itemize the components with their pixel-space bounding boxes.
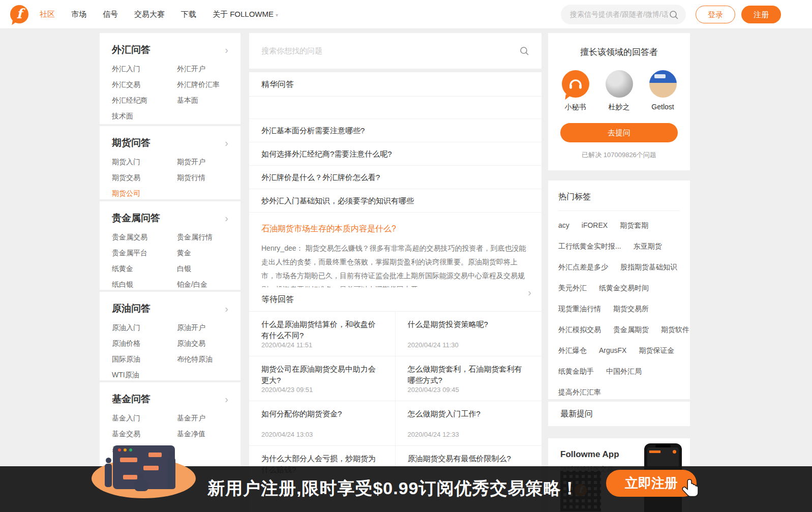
waiting-question-cell[interactable]: 怎么做期货套利，石油期货套利有哪些方式?2020/04/23 09:45 bbox=[396, 356, 542, 401]
tag[interactable]: 外汇点差是多少 bbox=[558, 263, 608, 272]
nav-item-signal[interactable]: 信号 bbox=[103, 10, 118, 19]
featured-question[interactable]: 炒外汇入门基础知识，必须要学的知识有哪些 bbox=[249, 189, 542, 213]
question-search-input[interactable]: 搜索你想找的问题 bbox=[249, 33, 542, 69]
highlighted-question-title[interactable]: 石油期货市场生存的本质内容是什么? bbox=[261, 224, 529, 234]
nav-item-market[interactable]: 市场 bbox=[71, 10, 86, 19]
empty-list-row bbox=[249, 97, 542, 119]
chevron-right-icon[interactable]: › bbox=[528, 287, 531, 297]
register-button[interactable]: 注册 bbox=[741, 6, 781, 23]
sidebar-link[interactable]: 技术面 bbox=[112, 112, 177, 121]
expert-secretary[interactable]: 小秘书 bbox=[561, 70, 590, 112]
question-time: 2020/04/23 09:51 bbox=[261, 386, 383, 394]
tag[interactable]: 现货重油行情 bbox=[558, 305, 601, 314]
tag[interactable]: 工行纸黄金实时报... bbox=[558, 242, 621, 251]
sidebar-link[interactable]: 原油价格 bbox=[112, 339, 177, 348]
featured-question[interactable]: 外汇基本面分析需要注意哪些? bbox=[249, 119, 542, 142]
featured-qa-card: 精华问答 外汇基本面分析需要注意哪些? 如何选择外汇经纪商?需要注意什么呢? 外… bbox=[249, 72, 542, 309]
ask-question-button[interactable]: 去提问 bbox=[560, 123, 678, 142]
tag[interactable]: acy bbox=[558, 221, 569, 230]
expert-getlost[interactable]: Getlost bbox=[648, 70, 678, 112]
featured-qa-title: 精华问答 bbox=[249, 72, 542, 97]
tag[interactable]: ArgusFX bbox=[599, 346, 626, 355]
question-text: 怎么做期货入门工作? bbox=[408, 408, 530, 419]
sidebar-link[interactable]: 白银 bbox=[177, 264, 228, 274]
chevron-right-icon[interactable]: › bbox=[225, 304, 228, 314]
tag[interactable]: 外汇模拟交易 bbox=[558, 325, 601, 335]
tag[interactable]: 外汇爆仓 bbox=[558, 346, 587, 355]
sidebar-link[interactable]: 期货开户 bbox=[177, 158, 228, 167]
chevron-right-icon[interactable]: › bbox=[225, 394, 228, 404]
tag[interactable]: 纸黄金助手 bbox=[558, 367, 594, 376]
waiting-question-cell[interactable]: 期货公司在原油期货交易中助力会更大?2020/04/23 09:51 bbox=[249, 356, 396, 401]
sidebar-link[interactable]: 原油交易 bbox=[177, 339, 228, 348]
tag[interactable]: 股指期货基础知识 bbox=[620, 263, 677, 272]
waiting-question-cell[interactable]: 什么是期货投资策略呢?2020/04/24 11:30 bbox=[396, 312, 542, 356]
sidebar-link[interactable]: WTI原油 bbox=[112, 371, 177, 380]
nav-item-about[interactable]: 关于 FOLLOWME▾ bbox=[213, 10, 278, 19]
expert-dumiaozhi[interactable]: 杜妙之 bbox=[605, 70, 634, 112]
expert-name: Getlost bbox=[648, 103, 678, 111]
question-search-placeholder: 搜索你想找的问题 bbox=[261, 46, 519, 56]
waiting-question-cell[interactable]: 如何分配你的期货资金?2020/04/24 13:03 bbox=[249, 401, 396, 446]
sidebar-section-metals: 贵金属问答› 贵金属交易 贵金属行情 贵金属平台 黄金 纸黄金 白银 纸白银 铂… bbox=[100, 201, 240, 290]
search-icon[interactable] bbox=[519, 46, 529, 56]
sidebar-link[interactable]: 基金交易 bbox=[112, 430, 177, 439]
chevron-right-icon[interactable]: › bbox=[225, 138, 228, 148]
sidebar-link[interactable]: 基金净值 bbox=[177, 430, 228, 439]
waiting-question-cell[interactable]: 怎么做期货入门工作?2020/04/24 12:33 bbox=[396, 401, 542, 446]
avatar[interactable] bbox=[649, 70, 677, 98]
tag[interactable]: 提高外汇汇率 bbox=[558, 388, 601, 397]
nav-item-community[interactable]: 社区 bbox=[40, 10, 55, 19]
tag[interactable]: 贵金属期货 bbox=[613, 325, 649, 335]
sidebar-link[interactable]: 基金开户 bbox=[177, 414, 228, 423]
sidebar-link[interactable]: 布伦特原油 bbox=[177, 355, 228, 364]
sidebar-link[interactable]: 期货行情 bbox=[177, 173, 228, 183]
tag[interactable]: 美元外汇 bbox=[558, 284, 587, 293]
sidebar-link[interactable]: 国际原油 bbox=[112, 355, 177, 364]
tag[interactable]: 期货套期 bbox=[620, 221, 648, 230]
nav-item-download[interactable]: 下载 bbox=[181, 10, 196, 19]
search-icon[interactable] bbox=[669, 10, 679, 20]
sidebar-link[interactable]: 外汇入门 bbox=[112, 65, 177, 74]
headset-icon bbox=[567, 75, 584, 93]
main-nav: 社区 市场 信号 交易大赛 下载 关于 FOLLOWME▾ bbox=[40, 0, 278, 29]
featured-question[interactable]: 如何选择外汇经纪商?需要注意什么呢? bbox=[249, 142, 542, 166]
sidebar-link[interactable]: 贵金属交易 bbox=[112, 233, 177, 242]
sidebar-link-active-futures-company[interactable]: 期货公司 bbox=[112, 189, 177, 198]
waiting-question-cell[interactable]: 什么是原油期货结算价，和收盘价有什么不同?2020/04/24 11:51 bbox=[249, 312, 396, 356]
latest-questions-card: 最新提问 bbox=[548, 402, 690, 426]
section-title: 外汇问答 bbox=[112, 43, 151, 56]
tag[interactable]: iFOREX bbox=[582, 221, 608, 230]
featured-question[interactable]: 外汇牌价是什么？外汇牌价怎么看? bbox=[249, 166, 542, 189]
sidebar-link[interactable]: 基本面 bbox=[177, 96, 228, 105]
sidebar-link[interactable]: 外汇交易 bbox=[112, 80, 177, 89]
sidebar-link[interactable]: 纸黄金 bbox=[112, 264, 177, 274]
login-button[interactable]: 登录 bbox=[696, 6, 735, 23]
global-search-input[interactable]: 搜索信号提供者/跟随者/微博/话题 bbox=[561, 5, 686, 24]
sidebar-link[interactable]: 基金入门 bbox=[112, 414, 177, 423]
sidebar-link[interactable]: 外汇开户 bbox=[177, 65, 228, 74]
followme-logo-icon[interactable]: f bbox=[10, 5, 28, 23]
avatar[interactable] bbox=[562, 70, 589, 98]
sidebar-link[interactable]: 期货交易 bbox=[112, 173, 177, 183]
sidebar-link[interactable]: 铂金/白金 bbox=[177, 280, 228, 289]
tag[interactable]: 中国外汇局 bbox=[606, 367, 642, 376]
nav-item-contest[interactable]: 交易大赛 bbox=[134, 10, 165, 19]
sidebar-link[interactable]: 原油开户 bbox=[177, 323, 228, 333]
tag[interactable]: 期货交易所 bbox=[613, 305, 649, 314]
sidebar-link[interactable]: 期货入门 bbox=[112, 158, 177, 167]
tag[interactable]: 期货保证金 bbox=[639, 346, 674, 355]
sidebar-link[interactable]: 原油入门 bbox=[112, 323, 177, 333]
chevron-right-icon[interactable]: › bbox=[225, 45, 228, 55]
sidebar-link[interactable]: 外汇经纪商 bbox=[112, 96, 177, 105]
tag[interactable]: 东亚期货 bbox=[634, 242, 662, 251]
sidebar-link[interactable]: 黄金 bbox=[177, 249, 228, 258]
sidebar-link[interactable]: 纸白银 bbox=[112, 280, 177, 289]
sidebar-link[interactable]: 贵金属平台 bbox=[112, 249, 177, 258]
tag[interactable]: 期货软件 bbox=[661, 325, 689, 335]
sidebar-link[interactable]: 外汇牌价汇率 bbox=[177, 80, 228, 89]
chevron-right-icon[interactable]: › bbox=[225, 213, 228, 223]
tag[interactable]: 纸黄金交易时间 bbox=[599, 284, 649, 293]
avatar[interactable] bbox=[606, 70, 633, 98]
sidebar-link[interactable]: 贵金属行情 bbox=[177, 233, 228, 242]
